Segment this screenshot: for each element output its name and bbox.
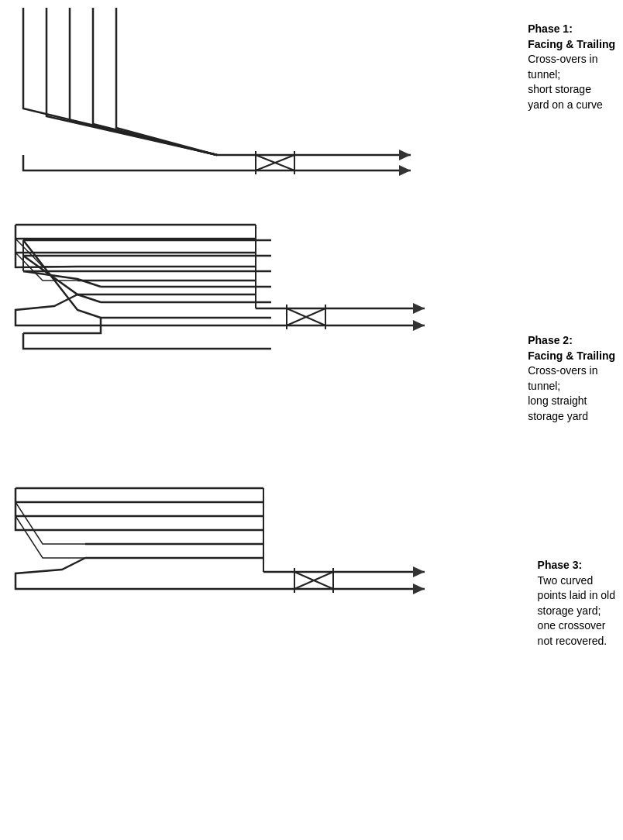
page-container: Phase 1: Facing & Trailing Cross-overs i… bbox=[0, 0, 623, 840]
svg-marker-47 bbox=[413, 566, 425, 577]
svg-marker-48 bbox=[413, 584, 425, 594]
svg-marker-9 bbox=[399, 165, 411, 176]
phase3-diagram bbox=[15, 488, 425, 594]
svg-marker-32 bbox=[413, 320, 425, 331]
diagram-svg bbox=[0, 0, 623, 840]
svg-marker-31 bbox=[413, 303, 425, 314]
svg-marker-8 bbox=[399, 150, 411, 160]
